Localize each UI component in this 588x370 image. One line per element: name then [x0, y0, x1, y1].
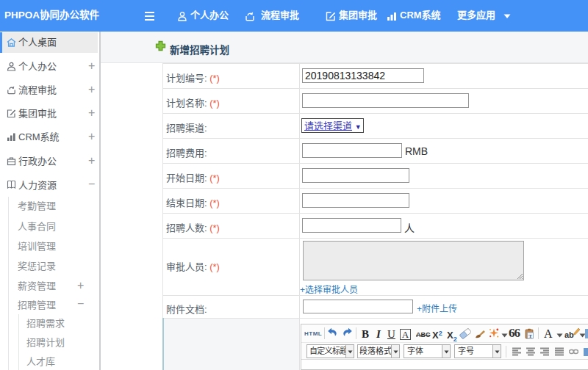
svg-text:T: T: [528, 333, 532, 339]
